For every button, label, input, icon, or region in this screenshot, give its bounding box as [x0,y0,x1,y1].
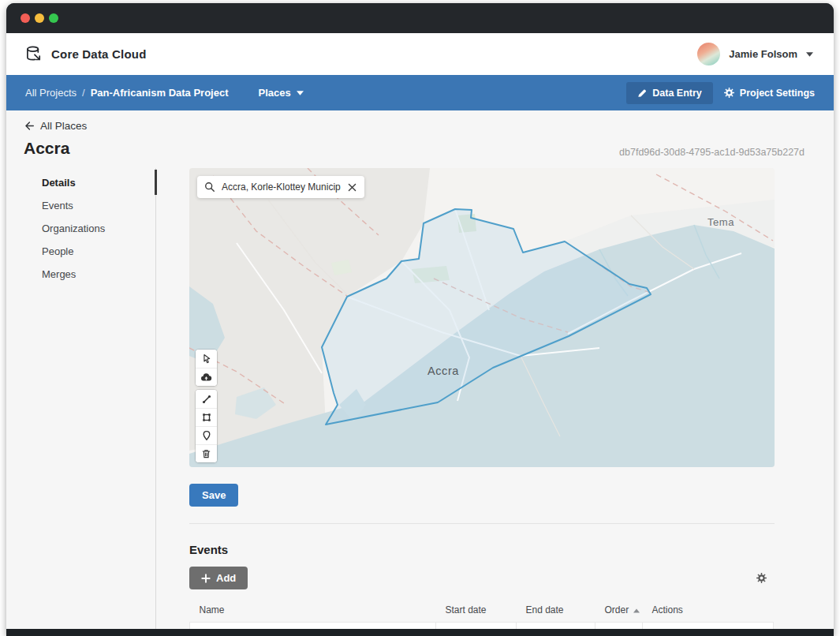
back-link-label: All Places [40,120,87,132]
save-button[interactable]: Save [189,484,238,507]
title-row: Accra db7fd96d-30d8-4795-ac1d-9d53a75b22… [24,139,834,158]
app-header: Core Data Cloud Jamie Folsom [6,33,834,75]
event-start-date-cell: 03/11/1920 [436,623,517,630]
app-name: Core Data Cloud [51,47,147,61]
events-table-header-row: Name Start date End date Order Actions [190,601,774,623]
delete-feature-tool-button[interactable] [196,444,217,462]
column-header-actions: Actions [643,601,774,623]
events-section-heading: Events [189,543,775,556]
sidebar-item-organizations[interactable]: Organizations [24,217,155,240]
main-area: All Places Accra db7fd96d-30d8-4795-ac1d… [6,110,834,629]
window-titlebar [6,3,834,33]
cloud-upload-icon [200,372,212,383]
draw-polygon-tool-button[interactable] [196,408,217,426]
line-tool-icon [201,394,212,405]
places-dropdown-label: Places [259,87,291,99]
user-avatar[interactable] [697,43,720,65]
events-table: Name Start date End date Order Actions [189,601,774,629]
project-navbar: All Projects / Pan-Africanism Data Proje… [6,75,834,110]
map-search-input[interactable]: Accra, Korle-Klottey Municipal Distr [222,181,341,193]
map-draw-tools [196,390,217,462]
data-entry-button[interactable]: Data Entry [626,82,713,104]
gear-icon [724,88,734,98]
event-name-cell: Conference of Africans of British West A… [190,623,436,630]
marker-tool-icon [201,430,212,441]
pencil-icon [637,88,647,98]
map-label-tema: Tema [707,216,734,228]
app-window: Core Data Cloud Jamie Folsom All Project… [6,3,834,636]
window-minimize-button[interactable] [35,13,44,23]
column-header-end-date[interactable]: End date [517,601,595,623]
polygon-tool-icon [201,412,212,423]
pointer-tool-icon [201,354,212,365]
sidebar-item-merges[interactable]: Merges [24,263,155,286]
column-header-name[interactable]: Name [190,601,436,623]
user-name: Jamie Folsom [729,48,797,60]
basemap: Accra Tema [189,168,775,467]
draw-point-tool-button[interactable] [196,426,217,444]
window-close-button[interactable] [21,13,30,23]
breadcrumb-current-project[interactable]: Pan-Africanism Data Project [91,87,229,99]
table-settings-button[interactable] [756,573,775,583]
place-map[interactable]: Accra Tema Accra, Korle-Klottey Municipa… [189,168,775,467]
event-row[interactable]: Conference of Africans of British West A… [190,623,774,630]
gear-icon [756,573,767,583]
record-uuid: db7fd96d-30d8-4795-ac1d-9d53a75b227d [619,147,805,158]
page-title: Accra [24,139,69,158]
app-content: Core Data Cloud Jamie Folsom All Project… [6,33,834,629]
map-tools-top [196,350,217,386]
draw-line-tool-button[interactable] [196,390,217,408]
breadcrumb-separator: / [82,87,85,99]
details-panel: Accra Tema Accra, Korle-Klottey Municipa… [189,168,775,629]
sidebar-active-indicator [155,170,157,195]
sidebar-item-people[interactable]: People [24,240,155,263]
trash-icon [201,448,211,459]
project-settings-button[interactable]: Project Settings [724,88,815,99]
places-dropdown[interactable]: Places [259,87,304,99]
section-divider [189,523,775,524]
project-settings-label: Project Settings [740,88,815,99]
sort-ascending-icon [633,604,640,615]
plus-icon [201,574,211,583]
places-caret-icon [297,91,304,95]
navbar-actions: Data Entry [626,82,815,104]
column-header-order[interactable]: Order [595,601,643,623]
search-icon [204,181,215,193]
user-menu-caret-icon [806,52,813,57]
event-order-cell [595,623,643,630]
add-button-label: Add [216,572,236,584]
clear-search-icon[interactable] [347,182,357,193]
app-logo-database-icon [25,45,43,63]
window-zoom-button[interactable] [49,13,58,23]
add-event-button[interactable]: Add [189,567,248,589]
map-label-accra: Accra [427,365,459,377]
user-menu[interactable]: Jamie Folsom [697,43,813,65]
map-search-box[interactable]: Accra, Korle-Klottey Municipal Distr [197,176,364,198]
breadcrumb-all-projects[interactable]: All Projects [25,87,77,99]
event-end-date-cell: 03/29/1920 [517,623,595,630]
select-tool-button[interactable] [196,350,217,368]
data-entry-label: Data Entry [652,88,702,99]
back-to-all-places-link[interactable]: All Places [24,120,87,132]
record-sidebar: Details Events Organizations People Merg… [24,168,156,629]
sidebar-item-details[interactable]: Details [24,171,155,194]
back-arrow-icon [24,121,35,131]
upload-tool-button[interactable] [196,368,217,386]
column-header-start-date[interactable]: Start date [436,601,517,623]
sidebar-item-events[interactable]: Events [24,194,155,217]
